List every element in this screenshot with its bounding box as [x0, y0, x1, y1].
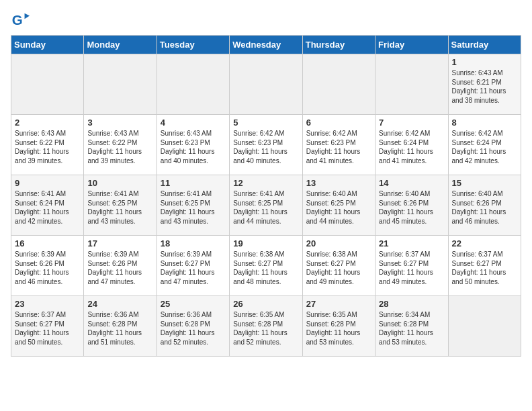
day-number: 26 — [233, 299, 298, 309]
calendar-cell: 26Sunrise: 6:35 AMSunset: 6:28 PMDayligh… — [230, 296, 302, 357]
calendar-cell: 8Sunrise: 6:42 AMSunset: 6:24 PMDaylight… — [448, 115, 521, 175]
week-row-2: 2Sunrise: 6:43 AMSunset: 6:22 PMDaylight… — [11, 115, 521, 175]
calendar-cell: 9Sunrise: 6:41 AMSunset: 6:24 PMDaylight… — [11, 175, 84, 236]
calendar-cell: 11Sunrise: 6:41 AMSunset: 6:25 PMDayligh… — [157, 175, 229, 236]
cell-info: Sunrise: 6:43 AMSunset: 6:21 PMDaylight:… — [452, 68, 517, 105]
day-number: 10 — [87, 178, 152, 188]
calendar-cell: 15Sunrise: 6:40 AMSunset: 6:26 PMDayligh… — [448, 175, 521, 236]
day-number: 9 — [15, 178, 80, 188]
day-number: 23 — [15, 299, 80, 309]
day-number: 15 — [452, 178, 517, 188]
cell-info: Sunrise: 6:43 AMSunset: 6:22 PMDaylight:… — [15, 129, 80, 165]
svg-text:G: G — [12, 12, 23, 28]
cell-info: Sunrise: 6:39 AMSunset: 6:26 PMDaylight:… — [15, 250, 80, 286]
week-row-3: 9Sunrise: 6:41 AMSunset: 6:24 PMDaylight… — [11, 175, 521, 236]
day-number: 1 — [452, 57, 517, 67]
day-number: 12 — [233, 178, 298, 188]
day-number: 11 — [161, 178, 226, 188]
week-row-1: 1Sunrise: 6:43 AMSunset: 6:21 PMDaylight… — [11, 54, 521, 115]
svg-marker-1 — [25, 13, 30, 19]
calendar-cell: 7Sunrise: 6:42 AMSunset: 6:24 PMDaylight… — [375, 115, 448, 175]
day-header-wednesday: Wednesday — [230, 36, 302, 54]
header: G — [11, 11, 521, 30]
day-number: 20 — [306, 238, 371, 248]
cell-info: Sunrise: 6:43 AMSunset: 6:23 PMDaylight:… — [161, 129, 226, 165]
day-header-sunday: Sunday — [11, 36, 84, 54]
calendar-cell: 16Sunrise: 6:39 AMSunset: 6:26 PMDayligh… — [11, 236, 84, 296]
day-number: 22 — [452, 238, 517, 248]
cell-info: Sunrise: 6:39 AMSunset: 6:27 PMDaylight:… — [161, 250, 226, 286]
calendar-cell: 6Sunrise: 6:42 AMSunset: 6:23 PMDaylight… — [302, 115, 375, 175]
day-header-friday: Friday — [375, 36, 448, 54]
calendar-cell: 3Sunrise: 6:43 AMSunset: 6:22 PMDaylight… — [84, 115, 157, 175]
week-row-4: 16Sunrise: 6:39 AMSunset: 6:26 PMDayligh… — [11, 236, 521, 296]
calendar-cell: 23Sunrise: 6:37 AMSunset: 6:27 PMDayligh… — [11, 296, 84, 357]
day-header-tuesday: Tuesday — [157, 36, 229, 54]
calendar-cell: 5Sunrise: 6:42 AMSunset: 6:23 PMDaylight… — [230, 115, 302, 175]
day-number: 13 — [306, 178, 371, 188]
day-number: 18 — [161, 238, 226, 248]
calendar-cell: 13Sunrise: 6:40 AMSunset: 6:25 PMDayligh… — [302, 175, 375, 236]
day-number: 16 — [15, 238, 80, 248]
cell-info: Sunrise: 6:38 AMSunset: 6:27 PMDaylight:… — [306, 250, 371, 286]
calendar-cell — [157, 54, 229, 115]
calendar-cell: 28Sunrise: 6:34 AMSunset: 6:28 PMDayligh… — [375, 296, 448, 357]
day-number: 28 — [379, 299, 444, 309]
header-row: SundayMondayTuesdayWednesdayThursdayFrid… — [11, 36, 521, 54]
day-header-monday: Monday — [84, 36, 157, 54]
calendar-cell: 12Sunrise: 6:41 AMSunset: 6:25 PMDayligh… — [230, 175, 302, 236]
cell-info: Sunrise: 6:35 AMSunset: 6:28 PMDaylight:… — [306, 310, 371, 347]
cell-info: Sunrise: 6:42 AMSunset: 6:23 PMDaylight:… — [233, 129, 298, 165]
day-number: 25 — [161, 299, 226, 309]
calendar-cell: 2Sunrise: 6:43 AMSunset: 6:22 PMDaylight… — [11, 115, 84, 175]
cell-info: Sunrise: 6:37 AMSunset: 6:27 PMDaylight:… — [452, 250, 517, 286]
logo: G — [11, 11, 32, 30]
cell-info: Sunrise: 6:35 AMSunset: 6:28 PMDaylight:… — [233, 310, 298, 347]
calendar-cell — [84, 54, 157, 115]
cell-info: Sunrise: 6:40 AMSunset: 6:26 PMDaylight:… — [452, 189, 517, 226]
calendar-table: SundayMondayTuesdayWednesdayThursdayFrid… — [11, 35, 521, 357]
calendar-cell: 20Sunrise: 6:38 AMSunset: 6:27 PMDayligh… — [302, 236, 375, 296]
calendar-cell: 25Sunrise: 6:36 AMSunset: 6:28 PMDayligh… — [157, 296, 229, 357]
day-number: 2 — [15, 118, 80, 128]
cell-info: Sunrise: 6:41 AMSunset: 6:25 PMDaylight:… — [87, 189, 152, 226]
cell-info: Sunrise: 6:40 AMSunset: 6:26 PMDaylight:… — [379, 189, 444, 226]
calendar-cell: 14Sunrise: 6:40 AMSunset: 6:26 PMDayligh… — [375, 175, 448, 236]
cell-info: Sunrise: 6:42 AMSunset: 6:23 PMDaylight:… — [306, 129, 371, 165]
calendar-cell: 17Sunrise: 6:39 AMSunset: 6:26 PMDayligh… — [84, 236, 157, 296]
calendar-cell — [448, 296, 521, 357]
calendar-cell: 22Sunrise: 6:37 AMSunset: 6:27 PMDayligh… — [448, 236, 521, 296]
cell-info: Sunrise: 6:37 AMSunset: 6:27 PMDaylight:… — [379, 250, 444, 286]
cell-info: Sunrise: 6:39 AMSunset: 6:26 PMDaylight:… — [87, 250, 152, 286]
day-number: 27 — [306, 299, 371, 309]
day-header-saturday: Saturday — [448, 36, 521, 54]
cell-info: Sunrise: 6:34 AMSunset: 6:28 PMDaylight:… — [379, 310, 444, 347]
logo-icon: G — [11, 11, 30, 30]
day-number: 6 — [306, 118, 371, 128]
day-number: 8 — [452, 118, 517, 128]
calendar-cell: 27Sunrise: 6:35 AMSunset: 6:28 PMDayligh… — [302, 296, 375, 357]
day-number: 19 — [233, 238, 298, 248]
day-number: 4 — [161, 118, 226, 128]
calendar-cell — [302, 54, 375, 115]
calendar-cell — [375, 54, 448, 115]
day-number: 3 — [87, 118, 152, 128]
calendar-cell — [11, 54, 84, 115]
day-number: 5 — [233, 118, 298, 128]
calendar-cell: 10Sunrise: 6:41 AMSunset: 6:25 PMDayligh… — [84, 175, 157, 236]
day-number: 17 — [87, 238, 152, 248]
cell-info: Sunrise: 6:40 AMSunset: 6:25 PMDaylight:… — [306, 189, 371, 226]
cell-info: Sunrise: 6:41 AMSunset: 6:25 PMDaylight:… — [161, 189, 226, 226]
cell-info: Sunrise: 6:43 AMSunset: 6:22 PMDaylight:… — [87, 129, 152, 165]
calendar-cell: 18Sunrise: 6:39 AMSunset: 6:27 PMDayligh… — [157, 236, 229, 296]
cell-info: Sunrise: 6:36 AMSunset: 6:28 PMDaylight:… — [87, 310, 152, 347]
cell-info: Sunrise: 6:41 AMSunset: 6:24 PMDaylight:… — [15, 189, 80, 226]
cell-info: Sunrise: 6:42 AMSunset: 6:24 PMDaylight:… — [452, 129, 517, 165]
cell-info: Sunrise: 6:41 AMSunset: 6:25 PMDaylight:… — [233, 189, 298, 226]
cell-info: Sunrise: 6:36 AMSunset: 6:28 PMDaylight:… — [161, 310, 226, 347]
calendar-cell: 4Sunrise: 6:43 AMSunset: 6:23 PMDaylight… — [157, 115, 229, 175]
calendar-cell: 1Sunrise: 6:43 AMSunset: 6:21 PMDaylight… — [448, 54, 521, 115]
day-header-thursday: Thursday — [302, 36, 375, 54]
day-number: 14 — [379, 178, 444, 188]
calendar-cell: 19Sunrise: 6:38 AMSunset: 6:27 PMDayligh… — [230, 236, 302, 296]
